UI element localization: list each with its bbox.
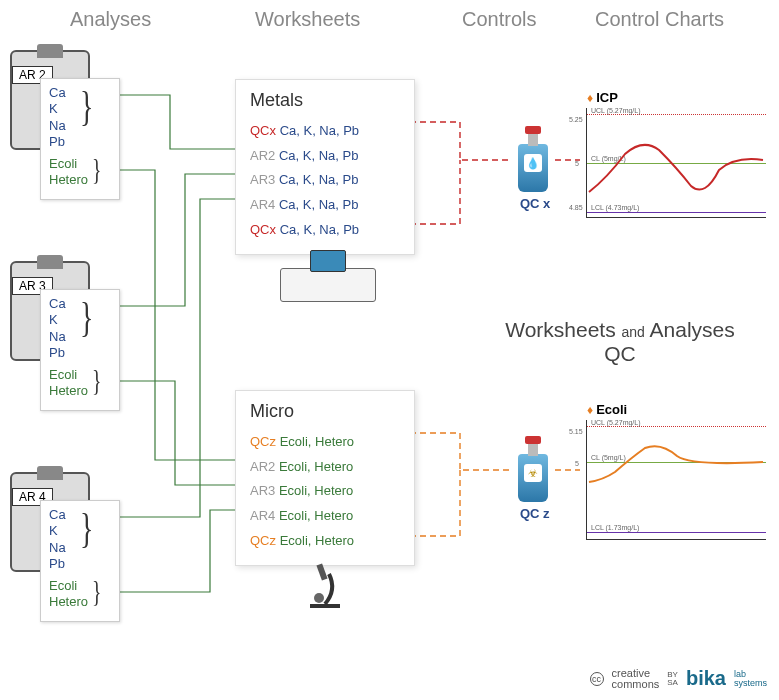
row-label: QCz [250,434,276,449]
row-values: Ecoli, Hetero [279,459,353,474]
row-values: Ca, K, Na, Pb [280,123,359,138]
brace-icon: } [92,152,102,187]
cc-icon: cc [590,672,604,686]
microscope-icon [305,560,345,610]
worksheet-metals: Metals QCx Ca, K, Na, Pb AR2 Ca, K, Na, … [235,79,415,255]
micro-analyte: Hetero [49,594,113,610]
micro-analyte: Ecoli [49,578,113,594]
row-label: AR4 [250,508,275,523]
brace-icon: } [92,574,102,609]
y-tick: 5.15 [569,428,583,435]
chart-icp: ♦ICP UCL (5.27mg/L) CL (5mg/L) LCL (4.73… [586,108,766,218]
header-worksheets: Worksheets [255,8,360,31]
qc-label: QC z [520,506,550,521]
svg-rect-1 [316,563,327,580]
qc-label: QC x [520,196,550,211]
cc-bysa: BYSA [667,671,678,687]
header-control-charts: Control Charts [595,8,724,31]
row-label: AR3 [250,172,275,187]
instrument-icon [280,250,376,302]
analyte: Pb [49,134,113,150]
chart-ecoli: ♦Ecoli UCL (5.27mg/L) CL (5mg/L) LCL (1.… [586,420,766,540]
micro-analyte: Hetero [49,172,113,188]
brace-icon: } [92,363,102,398]
row-values: Ecoli, Hetero [279,508,353,523]
flame-icon: ♦ [587,403,593,417]
row-label: AR3 [250,483,275,498]
micro-analyte: Ecoli [49,367,113,383]
brace-icon: } [80,82,93,130]
brace-icon: } [80,504,93,552]
worksheet-micro: Micro QCz Ecoli, Hetero AR2 Ecoli, Heter… [235,390,415,566]
chart-title: ♦ICP [587,90,618,105]
title-part: Analyses [650,318,735,341]
row-values: Ecoli, Hetero [279,483,353,498]
title-part: and [622,324,645,340]
row-values: Ecoli, Hetero [280,434,354,449]
svg-rect-0 [310,604,340,608]
brand-text: labsystems [734,670,767,688]
flame-icon: ♦ [587,91,593,105]
brand-logo: bika [686,667,726,690]
brace-icon: } [80,293,93,341]
micro-analyte: Hetero [49,383,113,399]
bottle-qcx-icon: 💧 [518,126,548,192]
svg-point-2 [314,593,324,603]
row-values: Ca, K, Na, Pb [280,222,359,237]
y-tick: 4.85 [569,204,583,211]
worksheet-title: Metals [250,90,400,111]
header-analyses: Analyses [70,8,151,31]
y-tick: 5 [575,160,579,167]
biohazard-icon: ☣ [524,464,542,482]
diagram-title: Worksheets and Analyses QC [480,318,760,366]
y-tick: 5 [575,460,579,467]
title-part: QC [604,342,636,365]
row-label: QCx [250,222,276,237]
row-label: QCz [250,533,276,548]
cc-text: creativecommons [612,668,660,690]
chart-title: ♦Ecoli [587,402,627,417]
analyte: Pb [49,345,113,361]
analyte: Pb [49,556,113,572]
bottle-qcz-icon: ☣ [518,436,548,502]
y-tick: 5.25 [569,116,583,123]
droplet-icon: 💧 [524,154,542,172]
row-label: AR2 [250,148,275,163]
row-values: Ca, K, Na, Pb [279,148,358,163]
row-label: QCx [250,123,276,138]
header-controls: Controls [462,8,536,31]
row-label: AR4 [250,197,275,212]
row-values: Ca, K, Na, Pb [279,197,358,212]
row-values: Ca, K, Na, Pb [279,172,358,187]
micro-analyte: Ecoli [49,156,113,172]
row-values: Ecoli, Hetero [280,533,354,548]
footer: cc creativecommons BYSA bika labsystems [590,667,767,690]
title-part: Worksheets [505,318,616,341]
row-label: AR2 [250,459,275,474]
worksheet-title: Micro [250,401,400,422]
